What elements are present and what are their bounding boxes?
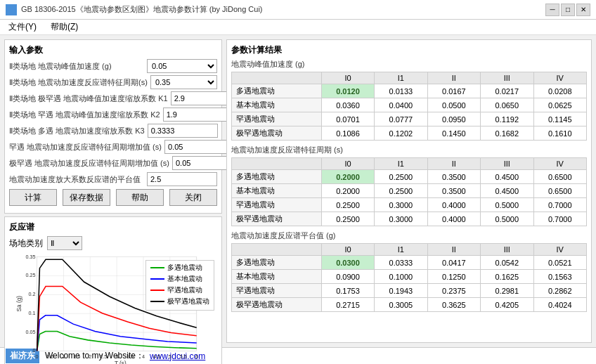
window-title: GB 18306-2015《地震动参数区划图》地震动参数计算 (by JiDon… (21, 4, 263, 15)
cell-value: 0.5000 (481, 198, 533, 212)
cell-value: 0.0133 (375, 84, 427, 98)
cell-value: 0.4205 (481, 298, 533, 312)
table-row: 多遇地震动 0.2000 0.2500 0.3500 0.4500 0.6500 (232, 170, 587, 184)
cell-value: 0.7000 (533, 198, 587, 212)
cell-value: 0.0701 (321, 112, 374, 126)
table-peak-accel: I0 I1 II III IV 多遇地震动 0.0120 0.0133 0.01… (231, 72, 587, 141)
cell-value: 0.3625 (427, 298, 480, 312)
cell-value: 0.1000 (375, 270, 427, 284)
svg-text:2: 2 (89, 353, 91, 360)
cell-value: 0.2000 (321, 170, 374, 184)
svg-text:0: 0 (36, 353, 39, 360)
row-label: 多遇地震动 (232, 170, 322, 184)
save-button[interactable]: 保存数据 (63, 189, 110, 206)
table-row: 罕遇地震动 0.0701 0.0777 0.0950 0.1192 0.1145 (232, 112, 587, 126)
param-row-5: 罕遇 地震动加速度反应谱特征周期增加值 (s) (9, 140, 217, 154)
table-row: 基本地震动 0.2000 0.2500 0.3500 0.4500 0.6500 (232, 184, 587, 198)
menu-file[interactable]: 文件(Y) (6, 20, 39, 34)
response-section: 反应谱 场地类别 Ⅱ (4, 216, 222, 364)
maximize-button[interactable]: □ (561, 4, 575, 16)
col-header-III-1: III (481, 72, 533, 84)
cell-value: 0.2500 (375, 184, 427, 198)
param-label-5: 罕遇 地震动加速度反应谱特征周期增加值 (s) (9, 142, 162, 152)
table-row: 多遇地震动 0.0300 0.0333 0.0417 0.0542 0.0521 (232, 256, 587, 270)
table-char-period: I0 I1 II III IV 多遇地震动 0.2000 0.2500 0.35… (231, 157, 587, 226)
table1-subtitle: 地震动峰值加速度 (g) (231, 59, 587, 70)
title-bar: GB 18306-2015《地震动参数区划图》地震动参数计算 (by JiDon… (0, 0, 596, 20)
calc-button[interactable]: 计算 (9, 189, 57, 206)
svg-text:0.1: 0.1 (29, 310, 36, 316)
cell-value: 0.2862 (533, 284, 587, 298)
svg-text:4: 4 (142, 353, 145, 360)
param-select-1[interactable]: 0.35 (150, 75, 217, 89)
param-row-6: 极罕遇 地震动加速度反应谱特征周期增加值 (s) (9, 156, 217, 170)
close-button-2[interactable]: 关闭 (169, 189, 217, 206)
param-label-0: Ⅱ类场地 地震动峰值加速度 (g) (9, 61, 144, 72)
cell-value: 0.3500 (427, 184, 480, 198)
cell-value: 0.1563 (533, 270, 587, 284)
svg-text:6: 6 (195, 353, 198, 360)
cell-value: 0.2375 (427, 284, 480, 298)
close-button[interactable]: ✕ (576, 4, 590, 16)
menu-help[interactable]: 帮助(Z) (48, 20, 81, 34)
legend-label-3: 极罕遇地震动 (167, 297, 209, 306)
cell-value: 0.1250 (427, 270, 480, 284)
svg-text:T (s): T (s) (115, 360, 127, 364)
cell-value: 0.0400 (375, 98, 427, 112)
cell-value: 0.3500 (427, 170, 480, 184)
site-class-row: 场地类别 Ⅱ (9, 236, 217, 250)
cell-value: 0.0217 (481, 84, 533, 98)
svg-text:Sa (g): Sa (g) (16, 296, 22, 312)
cell-value: 0.0521 (533, 256, 587, 270)
legend-label-0: 多遇地震动 (167, 263, 202, 273)
site-class-select[interactable]: Ⅱ (47, 236, 82, 250)
app-icon (6, 4, 17, 15)
cell-value: 0.0950 (427, 112, 480, 126)
col-header-I0-1: I0 (321, 72, 374, 84)
col-header-IV-1: IV (533, 72, 587, 84)
param-input-7[interactable] (147, 172, 217, 186)
table-row: 多遇地震动 0.0120 0.0133 0.0167 0.0217 0.0208 (232, 84, 587, 98)
cell-value: 0.5000 (481, 212, 533, 226)
cell-value: 0.1753 (321, 284, 374, 298)
svg-text:5: 5 (169, 353, 171, 360)
param-input-4[interactable] (148, 124, 218, 138)
svg-text:4.5: 4.5 (153, 353, 160, 360)
row-label: 极罕遇地震动 (232, 212, 322, 226)
row-label: 基本地震动 (232, 270, 322, 284)
param-label-6: 极罕遇 地震动加速度反应谱特征周期增加值 (s) (9, 158, 169, 169)
cell-value: 0.0120 (321, 84, 374, 98)
param-select-0[interactable]: 0.05 (147, 59, 217, 73)
svg-text:0.2: 0.2 (29, 291, 36, 297)
minimize-button[interactable]: ─ (545, 4, 559, 16)
param-input-5[interactable] (164, 140, 235, 154)
cell-value: 0.2500 (321, 198, 374, 212)
results-title: 参数计算结果 (231, 44, 587, 56)
param-label-7: 地震动加速度放大系数反应谱的平台值 (9, 174, 144, 185)
row-label: 罕遇地震动 (232, 284, 322, 298)
param-label-3: Ⅱ类场地 罕遇 地震动峰值加速度缩放系数 K2 (9, 110, 160, 120)
table-row: 基本地震动 0.0900 0.1000 0.1250 0.1625 0.1563 (232, 270, 587, 284)
svg-text:0.05: 0.05 (25, 329, 35, 335)
help-button[interactable]: 帮助 (116, 189, 164, 206)
chart-legend: 多遇地震动 基本地震动 罕遇地震动 极罕遇地震动 (145, 260, 214, 311)
cell-value: 0.6500 (533, 184, 587, 198)
param-label-4: Ⅱ类场地 多遇 地震动加速度缩放系数 K3 (9, 126, 145, 136)
svg-text:1.5: 1.5 (73, 353, 80, 360)
param-input-3[interactable] (163, 108, 233, 122)
table-row: 极罕遇地震动 0.1086 0.1202 0.1450 0.1682 0.161… (232, 126, 587, 141)
row-label: 基本地震动 (232, 184, 322, 198)
cell-value: 0.3005 (375, 298, 427, 312)
col-header-IV-3: IV (533, 244, 587, 256)
cell-value: 0.2981 (481, 284, 533, 298)
svg-text:5.5: 5.5 (180, 353, 187, 360)
cell-value: 0.1682 (481, 126, 533, 141)
input-section-title: 输入参数 (9, 44, 217, 56)
chart-container: 0 0.05 0.1 0.2 0.25 0.35 0 0.5 1 1.5 2 2… (9, 253, 217, 364)
param-row-3: Ⅱ类场地 罕遇 地震动峰值加速度缩放系数 K2 (9, 108, 217, 122)
row-label: 罕遇地震动 (232, 112, 322, 126)
cell-value: 0.1145 (533, 112, 587, 126)
cell-value: 0.1610 (533, 126, 587, 141)
row-label: 罕遇地震动 (232, 198, 322, 212)
param-row-0: Ⅱ类场地 地震动峰值加速度 (g) 0.05 (9, 59, 217, 73)
